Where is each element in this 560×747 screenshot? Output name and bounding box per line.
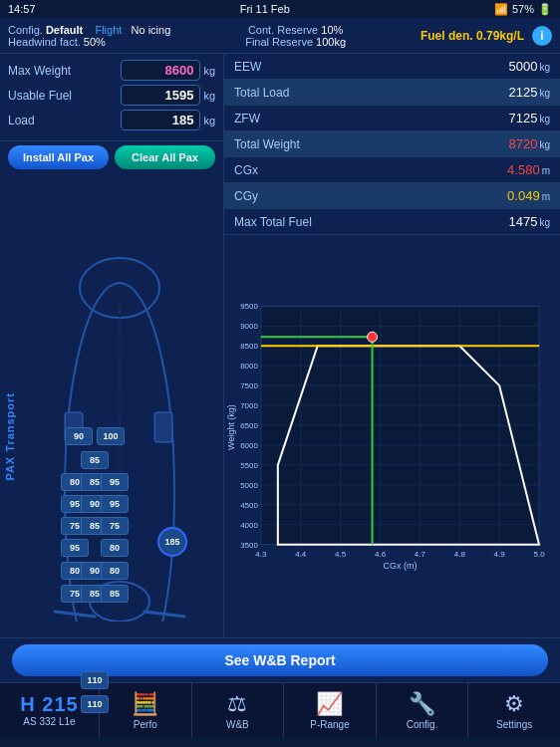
fuel-den-label: Fuel den.	[420, 29, 473, 43]
status-time: 14:57	[8, 3, 36, 15]
data-val-4: 4.580	[507, 162, 540, 177]
cont-reserve-value: 10%	[321, 24, 343, 36]
seat-s13[interactable]: 95	[61, 539, 89, 557]
svg-text:7500: 7500	[240, 381, 258, 390]
aircraft-diagram: PAX Transport	[0, 173, 223, 637]
data-row-cgx: CGx4.580m	[224, 157, 560, 183]
data-unit-6: kg	[539, 217, 550, 228]
battery-level: 57%	[512, 3, 534, 15]
data-row-max-total-fuel: Max Total Fuel1475kg	[224, 209, 560, 234]
data-row-total-weight: Total Weight8720kg	[224, 131, 560, 157]
svg-text:9000: 9000	[240, 322, 258, 331]
max-weight-value[interactable]: 8600	[121, 60, 200, 81]
final-reserve-label: Final Reserve	[245, 36, 313, 48]
nav-label-3: Config.	[407, 719, 438, 730]
app-header: Config. Default Flight No icing Headwind…	[0, 18, 560, 54]
data-key-5: CGy	[234, 189, 258, 203]
svg-text:8500: 8500	[240, 342, 258, 351]
nav-item-perfo[interactable]: 🧮Perfo	[100, 683, 192, 737]
install-all-pax-button[interactable]: Install All Pax	[8, 145, 109, 169]
seat-s17[interactable]: 80	[101, 562, 129, 580]
data-key-1: Total Load	[234, 86, 289, 100]
config-label: Config.	[8, 24, 43, 36]
seat-s14[interactable]: 80	[101, 539, 129, 557]
seat-s1[interactable]: 90	[65, 427, 93, 445]
final-reserve-value: 100kg	[316, 36, 346, 48]
cont-reserve-label: Cont. Reserve	[248, 24, 318, 36]
seat-s12[interactable]: 75	[101, 517, 129, 535]
usable-fuel-value[interactable]: 1595	[121, 85, 200, 106]
nav-icon-3: 🔧	[409, 691, 435, 717]
nav-item-p-range[interactable]: 📈P-Range	[284, 683, 377, 737]
nav-item-config[interactable]: 🔧Config.	[377, 683, 469, 737]
nav-icon-0: 🧮	[132, 691, 158, 717]
svg-text:4.4: 4.4	[295, 550, 307, 559]
data-row-eew: EEW5000kg	[224, 54, 560, 80]
svg-text:4500: 4500	[240, 501, 258, 510]
data-row-total-load: Total Load2125kg	[224, 80, 560, 106]
status-date: Fri 11 Feb	[240, 3, 290, 15]
load-value[interactable]: 185	[121, 110, 200, 130]
seats-container: 9010085808595959095758575958080908075858…	[0, 173, 224, 637]
nav-label-0: Perfo	[134, 719, 157, 730]
nav-items: 🧮Perfo⚖W&B📈P-Range🔧Config.⚙Settings	[100, 683, 560, 737]
data-key-3: Total Weight	[234, 137, 300, 151]
wb-chart-svg: Weight (kg) CGx (m) 9500 9000 8	[226, 239, 554, 635]
status-bar: 14:57 Fri 11 Feb 📶 57% 🔋	[0, 0, 560, 18]
data-unit-2: kg	[539, 114, 550, 124]
seat-s3[interactable]: 85	[81, 451, 109, 469]
nav-item-w&b[interactable]: ⚖W&B	[192, 683, 285, 737]
load-label: Load	[8, 114, 35, 127]
nav-item-settings[interactable]: ⚙Settings	[468, 683, 560, 737]
right-panel: EEW5000kgTotal Load2125kgZFW7125kgTotal …	[224, 54, 560, 637]
seat-s23[interactable]: 185	[157, 527, 187, 557]
data-table: EEW5000kgTotal Load2125kgZFW7125kgTotal …	[224, 54, 560, 235]
data-key-0: EEW	[234, 60, 261, 74]
svg-text:4.6: 4.6	[375, 550, 387, 559]
svg-text:4.5: 4.5	[335, 550, 347, 559]
svg-text:5.0: 5.0	[534, 550, 546, 559]
svg-text:6000: 6000	[240, 441, 258, 450]
headwind-label: Headwind fact.	[8, 36, 81, 48]
data-unit-3: kg	[539, 139, 550, 150]
cg-point	[368, 332, 378, 342]
seat-s22[interactable]: 110	[81, 695, 109, 713]
svg-text:4.3: 4.3	[255, 550, 267, 559]
data-key-6: Max Total Fuel	[234, 215, 312, 229]
seat-s9[interactable]: 95	[101, 495, 129, 513]
svg-text:4.8: 4.8	[454, 550, 466, 559]
seat-s2[interactable]: 100	[97, 427, 125, 445]
svg-text:9500: 9500	[240, 302, 258, 311]
info-button[interactable]: i	[532, 26, 552, 46]
seat-s6[interactable]: 95	[101, 473, 129, 491]
svg-text:4000: 4000	[240, 521, 258, 530]
data-val-3: 8720	[509, 136, 538, 151]
weight-section: Max Weight 8600 kg Usable Fuel 1595 kg L…	[0, 54, 223, 141]
max-weight-unit: kg	[203, 65, 215, 77]
chart-area: Weight (kg) CGx (m) 9500 9000 8	[224, 235, 560, 637]
data-unit-0: kg	[539, 62, 550, 73]
data-unit-4: m	[542, 165, 550, 176]
clear-all-pax-button[interactable]: Clear All Pax	[115, 145, 215, 169]
svg-text:4.7: 4.7	[415, 550, 426, 559]
load-unit: kg	[203, 115, 215, 126]
usable-fuel-label: Usable Fuel	[8, 89, 72, 103]
data-unit-5: m	[542, 191, 550, 202]
flight-label: Flight	[95, 24, 122, 36]
data-key-4: CGx	[234, 163, 258, 177]
seat-s21[interactable]: 110	[81, 671, 109, 689]
nav-icon-2: 📈	[316, 691, 343, 717]
svg-text:6500: 6500	[240, 421, 258, 430]
seat-s20[interactable]: 85	[101, 585, 129, 603]
data-val-2: 7125	[509, 111, 538, 125]
brand-subtitle: AS 332 L1e	[23, 716, 75, 727]
svg-text:7000: 7000	[240, 401, 258, 410]
nav-icon-1: ⚖	[227, 691, 247, 717]
nav-icon-4: ⚙	[504, 691, 524, 717]
svg-text:4.9: 4.9	[494, 550, 506, 559]
data-val-1: 2125	[509, 85, 538, 100]
svg-text:5000: 5000	[240, 481, 258, 490]
action-buttons: Install All Pax Clear All Pax	[0, 141, 223, 173]
data-val-5: 0.049	[507, 188, 540, 203]
svg-text:3500: 3500	[240, 541, 258, 550]
